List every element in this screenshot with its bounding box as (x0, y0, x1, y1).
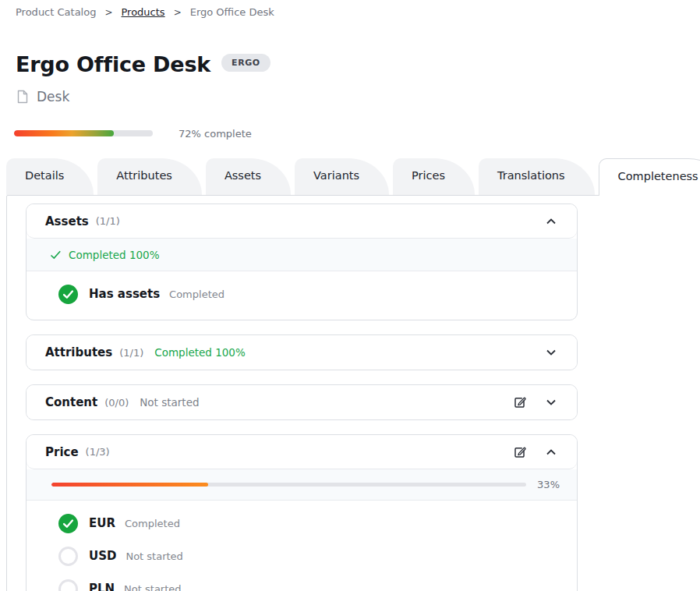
tab-assets[interactable]: Assets (206, 158, 291, 195)
breadcrumb-products[interactable]: Products (121, 6, 164, 18)
content-expand-button[interactable] (541, 392, 561, 412)
price-card-header[interactable]: Price (1/3) (27, 435, 577, 469)
attributes-card-summary: Completed 100% (154, 346, 246, 359)
chevron-down-icon (543, 394, 560, 411)
category-row: Desk (16, 89, 69, 104)
content-card-header[interactable]: Content (0/0) Not started (27, 385, 577, 419)
assets-item-has-assets: Has assets Completed (27, 278, 577, 310)
progress-fill (14, 130, 114, 136)
content-edit-button[interactable] (510, 392, 530, 412)
price-item-pln: PLN Not started (27, 572, 577, 591)
attributes-card-count: (1/1) (119, 347, 143, 359)
price-item-eur: EUR Completed (27, 507, 577, 540)
tab-translations[interactable]: Translations (479, 158, 595, 195)
check-icon (50, 250, 62, 260)
chevron-up-icon (543, 444, 560, 461)
sku-badge: ERGO (221, 54, 270, 72)
overall-progress: 72% complete (14, 127, 252, 140)
tab-details[interactable]: Details (6, 158, 94, 195)
item-name: Has assets (89, 287, 160, 301)
assets-card: Assets (1/1) Completed 100% Has assets C… (26, 203, 578, 320)
tab-attributes[interactable]: Attributes (97, 158, 202, 195)
edit-icon (512, 395, 528, 410)
price-item-usd: USD Not started (27, 540, 577, 572)
chevron-down-icon (543, 344, 560, 361)
item-status: Not started (126, 550, 182, 562)
content-card-count: (0/0) (104, 397, 129, 409)
title-row: Ergo Office Desk ERGO (16, 51, 270, 78)
content-card-summary: Not started (140, 396, 199, 409)
file-icon (16, 90, 30, 104)
breadcrumb-current-page: Ergo Office Desk (190, 6, 274, 18)
attributes-card-title: Attributes (45, 345, 112, 359)
attributes-card: Attributes (1/1) Completed 100% (26, 334, 578, 370)
content-card: Content (0/0) Not started (26, 384, 578, 420)
price-progress-track (51, 483, 526, 487)
assets-summary-text: Completed 100% (69, 249, 160, 261)
completeness-panel: Assets (1/1) Completed 100% Has assets C… (6, 195, 700, 591)
completed-check-icon (58, 514, 78, 533)
item-name: PLN (89, 582, 115, 591)
progress-track (14, 130, 153, 136)
category-label: Desk (37, 89, 69, 104)
price-progress-label: 33% (537, 479, 560, 490)
assets-card-header[interactable]: Assets (1/1) (27, 204, 577, 239)
assets-card-count: (1/1) (96, 215, 120, 227)
breadcrumb: Product Catalog > Products > Ergo Office… (16, 6, 274, 18)
price-collapse-button[interactable] (541, 442, 561, 462)
price-card-title: Price (45, 445, 79, 459)
price-card-count: (1/3) (86, 446, 110, 458)
item-status: Completed (169, 288, 224, 300)
item-status: Completed (125, 518, 180, 529)
completed-check-icon (58, 285, 78, 304)
empty-status-icon (58, 547, 78, 566)
progress-label: 72% complete (179, 128, 252, 140)
tab-completeness[interactable]: Completeness (599, 158, 700, 196)
breadcrumb-separator: > (174, 7, 182, 18)
tab-variants[interactable]: Variants (295, 158, 389, 195)
tab-prices[interactable]: Prices (393, 158, 475, 195)
price-card: Price (1/3) 33% (26, 434, 578, 591)
assets-collapse-button[interactable] (541, 211, 561, 232)
item-name: EUR (89, 516, 115, 530)
price-progress-fill (51, 483, 208, 487)
breadcrumb-separator: > (104, 7, 112, 18)
breadcrumb-product-catalog[interactable]: Product Catalog (16, 6, 96, 18)
attributes-card-header[interactable]: Attributes (1/1) Completed 100% (27, 335, 577, 370)
page-title: Ergo Office Desk (16, 51, 210, 78)
assets-card-title: Assets (45, 214, 89, 228)
price-edit-button[interactable] (510, 442, 530, 462)
chevron-up-icon (543, 213, 560, 230)
item-status: Not started (124, 583, 181, 591)
attributes-expand-button[interactable] (541, 342, 561, 363)
assets-summary-row: Completed 100% (27, 239, 577, 271)
item-name: USD (89, 549, 116, 563)
empty-status-icon (58, 579, 78, 591)
price-progress-row: 33% (27, 469, 577, 501)
edit-icon (512, 444, 528, 460)
content-card-title: Content (45, 395, 97, 409)
tab-bar: Details Attributes Assets Variants Price… (6, 158, 700, 196)
